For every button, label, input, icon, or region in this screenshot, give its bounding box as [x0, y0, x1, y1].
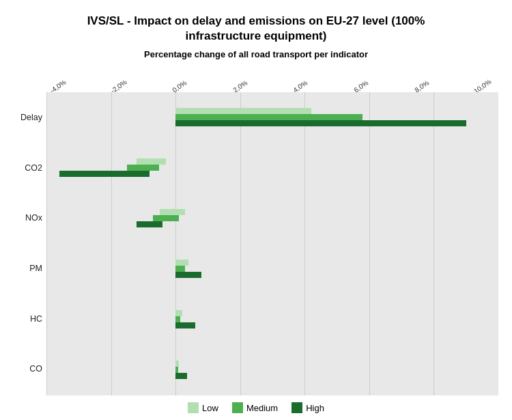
x-axis-labels: -4,0%-2,0%0,0%2,0%4,0%6,0%8,0%10,0% [46, 66, 498, 92]
gridline [433, 92, 434, 395]
y-label-hc: HC [30, 303, 42, 335]
bar-co-high [175, 373, 187, 379]
bar-pm-high [175, 272, 201, 278]
plot-area: -4,0%-2,0%0,0%2,0%4,0%6,0%8,0%10,0% [46, 66, 498, 395]
bar-co2-medium [127, 165, 159, 171]
legend-label-high: High [306, 403, 324, 413]
bar-delay-low [175, 108, 311, 114]
gridline [369, 92, 370, 395]
bar-hc-high [175, 322, 195, 328]
legend-box-high [291, 402, 302, 413]
bar-pm-medium [175, 266, 185, 272]
y-axis-labels: Delay CO2 NOx PM HC CO [14, 66, 46, 395]
legend-item-medium: Medium [232, 402, 278, 413]
legend-item-high: High [291, 402, 324, 413]
bar-co2-low [137, 158, 166, 165]
bar-co-medium [175, 367, 178, 373]
legend-item-low: Low [188, 402, 218, 413]
y-label-delay: Delay [20, 101, 42, 134]
bar-co2-high [59, 171, 150, 177]
chart-area: Delay CO2 NOx PM HC CO -4,0%-2,0%0,0%2,0… [14, 66, 498, 395]
bar-delay-high [175, 120, 466, 126]
legend-label-low: Low [202, 403, 218, 413]
bar-pm-low [175, 260, 188, 266]
y-label-nox: NOx [25, 201, 42, 234]
bar-co-low [175, 361, 179, 367]
legend-box-medium [232, 402, 243, 413]
chart-subtitle: Percentage change of all road transport … [144, 49, 368, 59]
grid-and-bars [46, 92, 498, 395]
y-label-co: CO [29, 352, 42, 385]
gridline [240, 92, 241, 395]
gridline [46, 92, 47, 395]
bar-hc-medium [175, 316, 180, 322]
gridline [175, 92, 176, 395]
gridline [304, 92, 305, 395]
bar-nox-medium [153, 215, 179, 221]
bar-hc-low [175, 310, 182, 316]
chart-title: IVS/SL - Impact on delay and emissions o… [65, 14, 447, 44]
legend-label-medium: Medium [246, 403, 278, 413]
legend-box-low [188, 402, 199, 413]
y-label-co2: CO2 [25, 152, 42, 184]
bar-nox-low [160, 209, 186, 215]
y-label-pm: PM [29, 252, 42, 285]
legend: Low Medium High [188, 402, 324, 413]
bar-delay-medium [175, 114, 362, 120]
bar-nox-high [137, 221, 162, 227]
gridline [111, 92, 112, 395]
